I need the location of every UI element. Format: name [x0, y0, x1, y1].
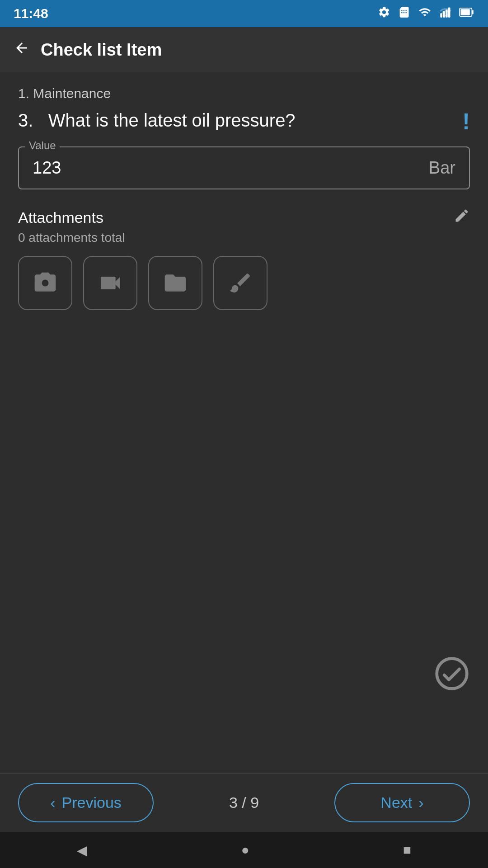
- folder-button[interactable]: [148, 256, 202, 310]
- previous-arrow: ‹: [50, 794, 55, 811]
- back-button[interactable]: [14, 40, 30, 60]
- wifi-icon: [418, 6, 432, 21]
- attachments-edit-button[interactable]: [454, 208, 470, 228]
- svg-rect-5: [472, 10, 473, 14]
- footer-nav: ‹ Previous 3 / 9 Next ›: [0, 773, 488, 832]
- status-icons: [378, 6, 474, 21]
- question-text: 3. What is the latest oil pressure?: [18, 110, 453, 131]
- value-unit: Bar: [429, 158, 455, 178]
- previous-button[interactable]: ‹ Previous: [18, 783, 154, 822]
- value-input-display[interactable]: 123 Bar: [18, 146, 470, 189]
- value-number: 123: [33, 158, 61, 178]
- svg-rect-3: [448, 8, 450, 18]
- sim-icon: [398, 6, 410, 21]
- value-field-wrapper: Value 123 Bar: [18, 146, 470, 189]
- video-button[interactable]: [83, 256, 137, 310]
- android-recents-button[interactable]: ■: [403, 842, 411, 858]
- draw-button[interactable]: [213, 256, 267, 310]
- category-label: 1. Maintenance: [18, 86, 470, 101]
- next-button[interactable]: Next ›: [334, 783, 470, 822]
- app-bar: Check list Item: [0, 27, 488, 72]
- next-arrow: ›: [418, 794, 423, 811]
- attachments-header: Attachments: [18, 208, 470, 228]
- gear-icon: [378, 6, 390, 21]
- previous-label: Previous: [62, 794, 122, 811]
- check-circle: [434, 656, 470, 692]
- svg-point-7: [437, 659, 467, 689]
- app-title: Check list Item: [41, 40, 162, 60]
- question-body: What is the latest oil pressure?: [48, 110, 296, 130]
- page-indicator: 3 / 9: [229, 794, 259, 811]
- next-label: Next: [380, 794, 412, 811]
- svg-rect-6: [460, 9, 469, 15]
- battery-icon: [459, 6, 474, 21]
- camera-button[interactable]: [18, 256, 72, 310]
- status-time: 11:48: [14, 6, 48, 21]
- important-icon: !: [462, 110, 470, 133]
- android-home-button[interactable]: ●: [241, 842, 249, 858]
- android-back-button[interactable]: ◀: [77, 842, 87, 858]
- attachments-section: Attachments 0 attachments total: [18, 208, 470, 310]
- attachments-title: Attachments: [18, 209, 103, 226]
- question-number: 3.: [18, 110, 33, 130]
- content-area: 1. Maintenance 3. What is the latest oil…: [0, 72, 488, 773]
- status-bar: 11:48: [0, 0, 488, 27]
- svg-rect-0: [440, 13, 442, 17]
- svg-rect-2: [446, 9, 448, 17]
- attachments-count: 0 attachments total: [18, 231, 470, 245]
- value-label: Value: [25, 139, 60, 152]
- question-row: 3. What is the latest oil pressure? !: [18, 110, 470, 133]
- svg-rect-1: [443, 11, 445, 18]
- signal-icon: [439, 6, 452, 21]
- android-nav-bar: ◀ ● ■: [0, 832, 488, 868]
- attachment-buttons: [18, 256, 470, 310]
